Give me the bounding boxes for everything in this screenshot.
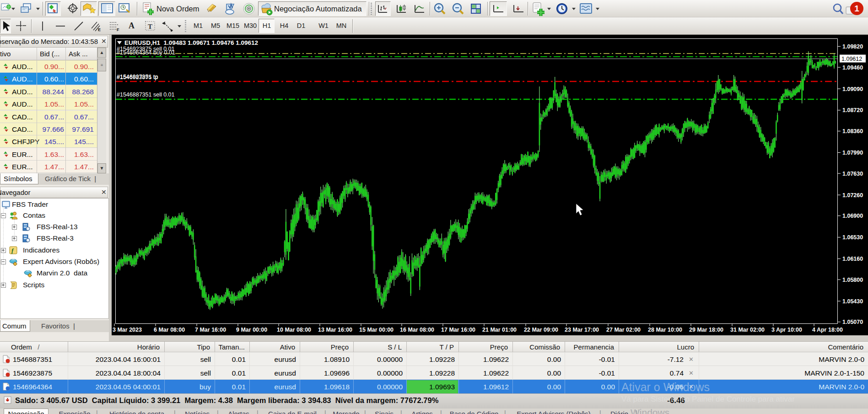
svg-text:1.05430: 1.05430 bbox=[842, 298, 863, 305]
svg-text:9 Mar 00:00: 9 Mar 00:00 bbox=[236, 327, 267, 333]
svg-text:17 Mar 16:00: 17 Mar 16:00 bbox=[441, 327, 475, 333]
svg-text:28 Mar 10:00: 28 Mar 10:00 bbox=[648, 327, 682, 333]
svg-text:1.09820: 1.09820 bbox=[842, 43, 863, 50]
svg-text:1.07260: 1.07260 bbox=[842, 192, 863, 199]
svg-text:1.05070: 1.05070 bbox=[842, 319, 863, 325]
svg-text:31 Mar 02:00: 31 Mar 02:00 bbox=[730, 327, 765, 333]
svg-text:1.07630: 1.07630 bbox=[842, 171, 863, 177]
svg-text:1.08720: 1.08720 bbox=[842, 107, 863, 113]
svg-text:1.05800: 1.05800 bbox=[842, 277, 863, 283]
svg-text:4 Apr 18:00: 4 Apr 18:00 bbox=[812, 327, 843, 333]
svg-text:1.09090: 1.09090 bbox=[842, 86, 863, 92]
svg-text:1.06160: 1.06160 bbox=[842, 256, 863, 262]
svg-text:1.09460: 1.09460 bbox=[842, 65, 863, 71]
svg-text:16 Mar 08:00: 16 Mar 08:00 bbox=[400, 327, 434, 333]
svg-text:#1546887351 sell 0.01: #1546887351 sell 0.01 bbox=[117, 91, 175, 98]
svg-text:6 Mar 08:00: 6 Mar 08:00 bbox=[154, 327, 185, 333]
svg-text:#1546964364 buy 0.01: #1546964364 buy 0.01 bbox=[117, 49, 175, 56]
svg-text:21 Mar 01:00: 21 Mar 01:00 bbox=[482, 327, 517, 333]
svg-text:1.09612: 1.09612 bbox=[841, 56, 862, 62]
svg-text:1.06530: 1.06530 bbox=[842, 234, 863, 241]
svg-text:23 Mar 17:00: 23 Mar 17:00 bbox=[565, 327, 599, 333]
svg-text:E: E bbox=[98, 27, 101, 32]
svg-text:7 Mar 16:00: 7 Mar 16:00 bbox=[195, 327, 226, 333]
svg-text:3 Mar 2023: 3 Mar 2023 bbox=[113, 327, 142, 333]
svg-text:EURUSD,H1 1.09483 1.09671 1.0: EURUSD,H1 1.09483 1.09671 1.09476 1.0961… bbox=[124, 39, 258, 46]
svg-text:#1546923875 tp: #1546923875 tp bbox=[117, 74, 158, 81]
svg-text:13 Mar 16:00: 13 Mar 16:00 bbox=[318, 327, 352, 333]
svg-text:15 Mar 00:00: 15 Mar 00:00 bbox=[359, 327, 394, 333]
svg-text:22 Mar 09:00: 22 Mar 09:00 bbox=[524, 327, 558, 333]
svg-text:27 Mar 02:00: 27 Mar 02:00 bbox=[606, 327, 641, 333]
svg-text:1.06900: 1.06900 bbox=[842, 213, 863, 219]
svg-text:3 Apr 10:00: 3 Apr 10:00 bbox=[771, 327, 802, 333]
svg-text:F: F bbox=[117, 27, 119, 32]
svg-text:1.08360: 1.08360 bbox=[842, 128, 863, 134]
svg-text:10 Mar 08:00: 10 Mar 08:00 bbox=[277, 327, 311, 333]
svg-text:1.07990: 1.07990 bbox=[842, 150, 863, 156]
svg-text:T: T bbox=[148, 23, 152, 30]
svg-text:29 Mar 18:00: 29 Mar 18:00 bbox=[689, 327, 723, 333]
